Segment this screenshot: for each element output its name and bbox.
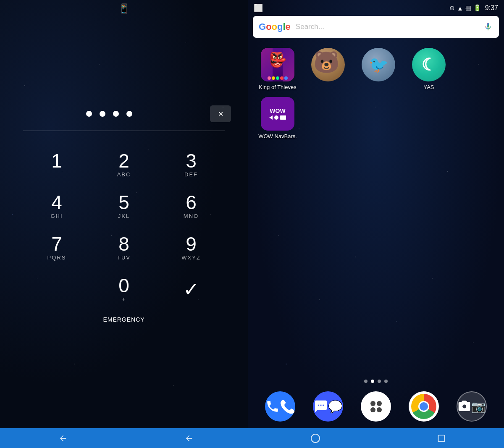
key-3[interactable]: 3 DEF [158,144,225,185]
signal-icon: ▦ [465,4,471,12]
key-7[interactable]: 7 PQRS [23,227,90,268]
app-king-of-thieves[interactable]: 👺 King of Thieves [255,48,301,90]
yas-icon: ☽ [412,48,446,81]
dock-sms-button[interactable] [313,391,343,422]
search-placeholder: Search... [296,23,483,31]
pin-dot-3 [113,111,119,117]
page-indicators [248,375,504,387]
twitter-icon: 🐦 [362,48,395,81]
wow-circle-shape [274,115,278,120]
key-check[interactable]: ✓ [158,268,225,310]
app-bear[interactable] [305,48,351,90]
numpad: 1 2 ABC 3 DEF 4 GHI 5 JKL [23,144,225,310]
do-not-disturb-icon: ⊖ [449,4,455,12]
wifi-icon: ▲ [457,5,463,12]
apps-grid [370,401,382,412]
bear-icon [311,48,345,81]
emergency-button[interactable]: EMERGENCY [103,316,144,323]
right-back-button[interactable] [176,430,202,446]
recents-button[interactable] [429,431,454,446]
home-button[interactable] [302,430,329,447]
status-bar: ⬜ ⊖ ▲ ▦ 🔋 9:37 [248,0,504,14]
wow-triangle-shape [269,115,273,120]
phone-top-icon: 📱 [118,3,130,14]
app-wow-navbars[interactable]: WOW WOW NavBars. [255,97,301,139]
pin-divider [23,131,225,131]
battery-icon: 🔋 [473,4,481,12]
page-indicator-4[interactable] [384,380,388,383]
wow-rect-shape [280,115,286,120]
app-yas[interactable]: ☽ YAS [406,48,452,90]
svg-point-0 [311,434,320,443]
google-search-bar[interactable]: Google Search... [253,16,499,38]
key-9[interactable]: 9 WXYZ [158,227,225,268]
app-twitter[interactable]: 🐦 [355,48,402,90]
page-indicator-2[interactable] [371,380,374,383]
backspace-button[interactable] [210,105,231,122]
dock-chrome-button[interactable] [409,391,439,422]
pin-input-row [0,105,248,122]
notification-icon: ⬜ [254,3,263,13]
app-label-king-of-thieves: King of Thieves [259,84,296,90]
king-of-thieves-icon: 👺 [261,48,294,81]
app-row-2: WOW WOW NavBars. [255,97,497,139]
app-grid: 👺 King of Thieves 🐦 [248,45,504,143]
home-screen: ⬜ ⊖ ▲ ▦ 🔋 9:37 Google Search... [248,0,504,428]
pin-dot-4 [126,111,132,117]
chrome-inner-circle [418,401,429,412]
app-label-wow-navbars: WOW NavBars. [258,133,297,139]
google-logo: Google [259,21,291,32]
key-5[interactable]: 5 JKL [90,185,158,227]
microphone-icon[interactable] [483,22,493,32]
app-label-yas: YAS [423,84,434,90]
left-back-button[interactable] [50,430,76,446]
pin-dot-1 [86,111,92,117]
key-4[interactable]: 4 GHI [23,185,90,227]
key-empty [23,268,90,310]
dock-apps-launcher-button[interactable] [361,391,391,422]
key-6[interactable]: 6 MNO [158,185,225,227]
key-0[interactable]: 0 + [90,268,158,310]
key-8[interactable]: 8 TUV [90,227,158,268]
pin-content: 1 2 ABC 3 DEF 4 GHI 5 JKL [0,105,248,323]
page-indicator-1[interactable] [364,380,368,383]
page-indicator-3[interactable] [378,380,381,383]
svg-rect-1 [438,435,445,441]
status-icons: ⊖ ▲ ▦ 🔋 9:37 [449,4,498,12]
key-1[interactable]: 1 [23,144,90,185]
key-2[interactable]: 2 ABC [90,144,158,185]
chrome-icon [411,394,436,419]
navigation-bar [0,428,504,448]
pin-dot-2 [100,111,105,117]
status-time: 9:37 [485,4,498,12]
app-row-1: 👺 King of Thieves 🐦 [255,48,497,90]
dock-camera-button[interactable] [457,391,487,422]
dock [248,387,504,428]
wow-navbars-icon: WOW [261,97,294,131]
pin-lock-screen: 📱 1 2 ABC [0,0,248,428]
pin-dots [17,111,202,117]
dock-phone-button[interactable] [265,391,295,422]
